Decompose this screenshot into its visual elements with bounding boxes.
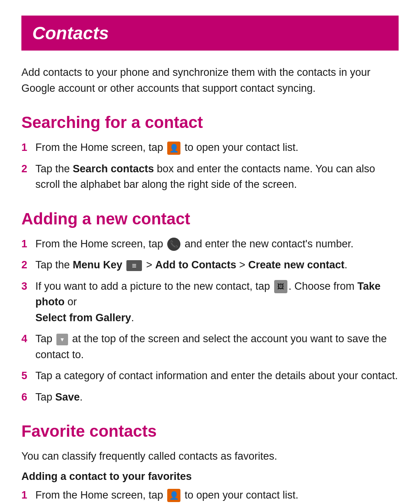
step-item: 6 Tap Save.: [21, 389, 399, 405]
add-to-contacts-label: Add to Contacts: [155, 259, 236, 271]
step-content: Tap the Search contacts box and enter th…: [35, 161, 399, 192]
step-item: 3 If you want to add a picture to the ne…: [21, 278, 399, 326]
page-container: Contacts Add contacts to your phone and …: [0, 0, 420, 504]
section-heading-favorites: Favorite contacts: [21, 422, 399, 441]
step-item: 5 Tap a category of contact information …: [21, 368, 399, 384]
step-item: 1 From the Home screen, tap to open your…: [21, 487, 399, 503]
menu-key-label: Menu Key: [73, 259, 122, 271]
photo-icon: [274, 280, 287, 293]
step-number: 5: [21, 368, 35, 384]
select-gallery-label: Select from Gallery: [35, 312, 131, 324]
searching-steps: 1 From the Home screen, tap to open your…: [21, 140, 399, 192]
section-heading-adding: Adding a new contact: [21, 210, 399, 228]
section-searching: Searching for a contact 1 From the Home …: [21, 113, 399, 192]
phone-icon: [167, 238, 180, 251]
favorites-sub-heading: Adding a contact to your favorites: [21, 471, 399, 483]
step-number: 3: [21, 278, 35, 294]
step-item: 1 From the Home screen, tap to open your…: [21, 140, 399, 156]
step-content: From the Home screen, tap and enter the …: [35, 236, 399, 252]
step-number: 2: [21, 257, 35, 273]
title-banner: Contacts: [21, 16, 399, 51]
step-content: Tap a category of contact information an…: [35, 368, 399, 384]
contacts-icon: [167, 489, 180, 502]
step-content: Tap Save.: [35, 389, 399, 405]
create-new-contact-label: Create new contact: [248, 259, 345, 271]
step-content: Tap at the top of the screen and select …: [35, 331, 399, 362]
section-adding: Adding a new contact 1 From the Home scr…: [21, 210, 399, 405]
favorites-intro: You can classify frequently called conta…: [21, 448, 399, 464]
step-item: 1 From the Home screen, tap and enter th…: [21, 236, 399, 252]
account-icon: [56, 334, 68, 345]
step-number: 1: [21, 236, 35, 252]
step-content: From the Home screen, tap to open your c…: [35, 487, 399, 503]
step-item: 2 Tap the Search contacts box and enter …: [21, 161, 399, 192]
step-number: 2: [21, 161, 35, 177]
take-photo-label: Take photo: [35, 280, 381, 308]
step-content: From the Home screen, tap to open your c…: [35, 140, 399, 156]
section-heading-searching: Searching for a contact: [21, 113, 399, 132]
step-content: Tap the Menu Key > Add to Contacts > Cre…: [35, 257, 399, 273]
step-content: If you want to add a picture to the new …: [35, 278, 399, 326]
intro-text: Add contacts to your phone and synchroni…: [21, 65, 399, 96]
step-number: 6: [21, 389, 35, 405]
contacts-icon: [167, 142, 180, 155]
favorites-steps: 1 From the Home screen, tap to open your…: [21, 487, 399, 504]
adding-steps: 1 From the Home screen, tap and enter th…: [21, 236, 399, 405]
menu-key-icon: [126, 260, 142, 271]
page-title: Contacts: [32, 23, 388, 44]
step-number: 4: [21, 331, 35, 347]
save-label: Save: [55, 391, 80, 403]
search-contacts-label: Search contacts: [73, 163, 154, 175]
step-item: 4 Tap at the top of the screen and selec…: [21, 331, 399, 362]
step-item: 2 Tap the Menu Key > Add to Contacts > C…: [21, 257, 399, 273]
step-number: 1: [21, 140, 35, 156]
section-favorites: Favorite contacts You can classify frequ…: [21, 422, 399, 504]
step-number: 1: [21, 487, 35, 503]
